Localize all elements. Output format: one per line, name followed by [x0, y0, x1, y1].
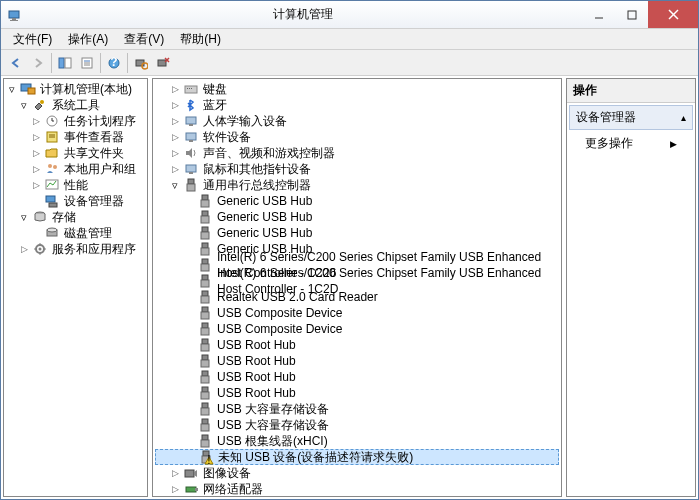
close-button[interactable] [648, 1, 698, 28]
tree-bluetooth[interactable]: 蓝牙 [155, 97, 559, 113]
tree-device-manager[interactable]: 设备管理器 [6, 193, 145, 209]
tree-performance[interactable]: 性能 [6, 177, 145, 193]
device-icon [197, 193, 213, 209]
expander-icon[interactable] [30, 147, 42, 159]
svg-rect-1 [12, 18, 16, 20]
device-label: 鼠标和其他指针设备 [201, 161, 313, 177]
svg-rect-54 [202, 195, 208, 200]
app-icon [7, 7, 23, 23]
tree-software-devices[interactable]: 软件设备 [155, 129, 559, 145]
svg-rect-79 [201, 392, 209, 399]
uninstall-button[interactable] [152, 52, 174, 74]
tree-usb-device[interactable]: !未知 USB 设备(设备描述符请求失败) [155, 449, 559, 465]
tree-usb-device[interactable]: USB Root Hub [155, 353, 559, 369]
tree-image-devices[interactable]: 图像设备 [155, 465, 559, 481]
svg-rect-81 [201, 408, 209, 415]
expander-icon[interactable] [169, 483, 181, 495]
tree-usb-device[interactable]: USB Composite Device [155, 305, 559, 321]
properties-button[interactable] [76, 52, 98, 74]
expander-icon[interactable] [30, 115, 42, 127]
svg-rect-67 [201, 296, 209, 303]
tree-local-users[interactable]: 本地用户和组 [6, 161, 145, 177]
help-button[interactable]: ? [103, 52, 125, 74]
minimize-button[interactable] [582, 1, 615, 28]
device-label: Generic USB Hub [215, 225, 314, 241]
device-icon [197, 305, 213, 321]
tree-event-viewer[interactable]: 事件查看器 [6, 129, 145, 145]
more-actions-item[interactable]: 更多操作 ▶ [567, 132, 695, 155]
expander-icon[interactable] [169, 99, 181, 111]
menu-view[interactable]: 查看(V) [116, 29, 172, 50]
tree-usb-device[interactable]: USB Root Hub [155, 369, 559, 385]
tree-shared-folders[interactable]: 共享文件夹 [6, 145, 145, 161]
menu-file[interactable]: 文件(F) [5, 29, 60, 50]
expander-icon[interactable] [169, 131, 181, 143]
forward-button[interactable] [27, 52, 49, 74]
expander-icon[interactable] [18, 243, 30, 255]
device-tree[interactable]: 键盘蓝牙人体学输入设备软件设备声音、视频和游戏控制器鼠标和其他指针设备通用串行总… [152, 78, 562, 497]
show-hide-tree-button[interactable] [54, 52, 76, 74]
performance-icon [44, 177, 60, 193]
tree-usb-device[interactable]: USB Composite Device [155, 321, 559, 337]
device-icon [197, 241, 213, 257]
expander-icon[interactable] [169, 179, 181, 191]
maximize-button[interactable] [615, 1, 648, 28]
svg-rect-76 [202, 371, 208, 376]
expander-icon[interactable] [169, 83, 181, 95]
svg-rect-71 [201, 328, 209, 335]
tree-usb-device[interactable]: USB Root Hub [155, 385, 559, 401]
expander-icon[interactable] [169, 115, 181, 127]
svg-rect-43 [189, 88, 190, 89]
tree-storage[interactable]: 存储 [6, 209, 145, 225]
tree-usb-device[interactable]: Intel(R) 6 Series/C200 Series Chipset Fa… [155, 273, 559, 289]
expander-icon[interactable] [30, 163, 42, 175]
device-icon [197, 369, 213, 385]
device-label: USB 大容量存储设备 [215, 401, 331, 417]
expander-icon[interactable] [18, 99, 30, 111]
tree-usb-device[interactable]: USB 大容量存储设备 [155, 417, 559, 433]
event-viewer-icon [44, 129, 60, 145]
expander-icon[interactable] [6, 83, 18, 95]
tree-task-scheduler[interactable]: 任务计划程序 [6, 113, 145, 129]
tree-usb-controllers[interactable]: 通用串行总线控制器 [155, 177, 559, 193]
expander-icon[interactable] [169, 163, 181, 175]
svg-rect-75 [201, 360, 209, 367]
content-area: 计算机管理(本地) 系统工具 任务计划程序 事件查看器 共享文件夹 本地用户和组… [1, 76, 698, 499]
menu-help[interactable]: 帮助(H) [172, 29, 229, 50]
svg-rect-90 [185, 470, 194, 477]
scan-hardware-button[interactable] [130, 52, 152, 74]
tree-sound-video[interactable]: 声音、视频和游戏控制器 [155, 145, 559, 161]
svg-rect-7 [59, 58, 64, 68]
tree-usb-device[interactable]: USB Root Hub [155, 337, 559, 353]
tree-usb-device[interactable]: Generic USB Hub [155, 225, 559, 241]
tree-usb-device[interactable]: USB 大容量存储设备 [155, 401, 559, 417]
svg-rect-47 [186, 133, 196, 140]
tree-network-adapters[interactable]: 网络适配器 [155, 481, 559, 497]
expander-icon[interactable] [18, 211, 30, 223]
back-button[interactable] [5, 52, 27, 74]
tree-usb-device[interactable]: USB 根集线器(xHCI) [155, 433, 559, 449]
expander-icon[interactable] [30, 179, 42, 191]
tree-usb-device[interactable]: Generic USB Hub [155, 193, 559, 209]
actions-context-heading[interactable]: 设备管理器 ▴ [569, 105, 693, 130]
tree-usb-device[interactable]: Generic USB Hub [155, 209, 559, 225]
tree-keyboard[interactable]: 键盘 [155, 81, 559, 97]
services-icon [32, 241, 48, 257]
device-icon [197, 257, 213, 273]
tree-services-apps[interactable]: 服务和应用程序 [6, 241, 145, 257]
tree-root-computer-management[interactable]: 计算机管理(本地) [6, 81, 145, 97]
left-nav-tree[interactable]: 计算机管理(本地) 系统工具 任务计划程序 事件查看器 共享文件夹 本地用户和组… [3, 78, 148, 497]
svg-rect-93 [195, 488, 198, 491]
device-label: USB Root Hub [215, 369, 298, 385]
expander-icon[interactable] [169, 467, 181, 479]
toolbar-separator [100, 53, 101, 73]
svg-rect-62 [202, 259, 208, 264]
expander-icon[interactable] [30, 131, 42, 143]
svg-rect-42 [187, 88, 188, 89]
tree-hid[interactable]: 人体学输入设备 [155, 113, 559, 129]
tree-mouse[interactable]: 鼠标和其他指针设备 [155, 161, 559, 177]
tree-system-tools[interactable]: 系统工具 [6, 97, 145, 113]
tree-disk-management[interactable]: 磁盘管理 [6, 225, 145, 241]
expander-icon[interactable] [169, 147, 181, 159]
menu-action[interactable]: 操作(A) [60, 29, 116, 50]
